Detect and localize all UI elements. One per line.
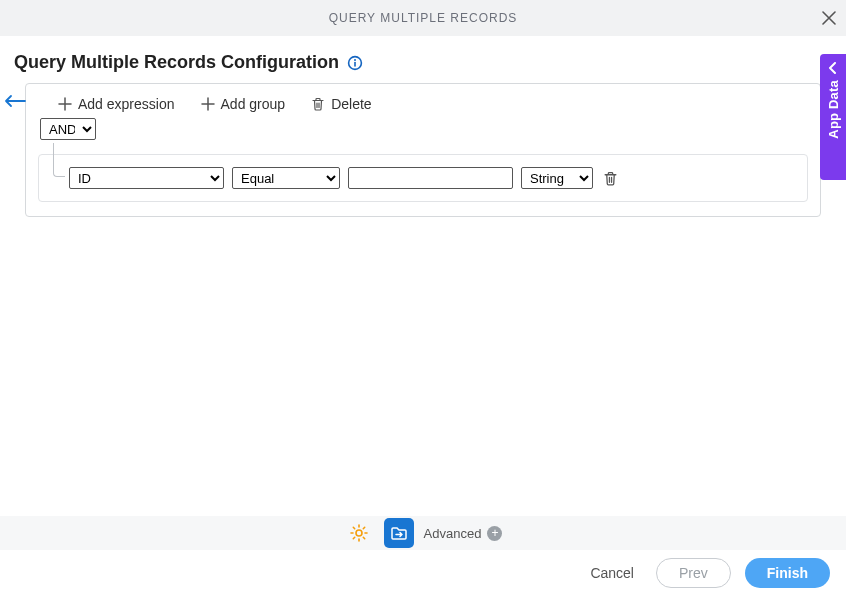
- app-data-panel-toggle[interactable]: App Data: [820, 54, 846, 180]
- modal-header: QUERY MULTIPLE RECORDS: [0, 0, 846, 36]
- type-select[interactable]: String: [521, 167, 593, 189]
- close-icon: [822, 11, 836, 25]
- plus-icon: [201, 97, 215, 111]
- close-button[interactable]: [822, 0, 836, 36]
- trash-icon: [311, 97, 325, 111]
- arrow-left-icon: [4, 94, 26, 108]
- svg-point-1: [354, 59, 356, 61]
- advanced-label: Advanced: [424, 526, 482, 541]
- tree-connector: [53, 143, 65, 177]
- delete-expression-button[interactable]: [603, 171, 618, 186]
- wizard-footer: Cancel Prev Finish: [0, 550, 846, 596]
- chevron-left-icon: [828, 62, 838, 74]
- modal-title: QUERY MULTIPLE RECORDS: [329, 11, 518, 25]
- expression-row: ID Equal String: [38, 154, 808, 202]
- add-expression-label: Add expression: [78, 96, 175, 112]
- gear-icon: [349, 523, 369, 543]
- data-mapping-button[interactable]: [384, 518, 414, 548]
- page-title: Query Multiple Records Configuration: [14, 52, 339, 73]
- page-title-row: Query Multiple Records Configuration: [0, 36, 846, 83]
- field-select[interactable]: ID: [69, 167, 224, 189]
- svg-rect-2: [354, 61, 356, 66]
- add-group-label: Add group: [221, 96, 286, 112]
- logic-operator-select[interactable]: AND: [40, 118, 96, 140]
- trash-icon: [603, 171, 618, 186]
- svg-point-3: [356, 530, 362, 536]
- bottom-toolbar: Advanced +: [0, 516, 846, 550]
- settings-button[interactable]: [344, 518, 374, 548]
- delete-group-button[interactable]: Delete: [311, 96, 371, 112]
- query-builder-panel: Add expression Add group Delete AND ID E…: [25, 83, 821, 217]
- cancel-button[interactable]: Cancel: [582, 559, 642, 587]
- plus-circle-icon: +: [487, 526, 502, 541]
- folder-arrow-icon: [390, 524, 408, 542]
- info-icon[interactable]: [347, 55, 363, 71]
- back-button[interactable]: [4, 94, 26, 111]
- add-group-button[interactable]: Add group: [201, 96, 286, 112]
- add-expression-button[interactable]: Add expression: [58, 96, 175, 112]
- finish-button[interactable]: Finish: [745, 558, 830, 588]
- delete-group-label: Delete: [331, 96, 371, 112]
- builder-toolbar: Add expression Add group Delete: [38, 96, 808, 118]
- value-input[interactable]: [348, 167, 513, 189]
- plus-icon: [58, 97, 72, 111]
- app-data-label: App Data: [826, 80, 841, 139]
- prev-button[interactable]: Prev: [656, 558, 731, 588]
- advanced-toggle[interactable]: Advanced +: [424, 526, 503, 541]
- operator-select[interactable]: Equal: [232, 167, 340, 189]
